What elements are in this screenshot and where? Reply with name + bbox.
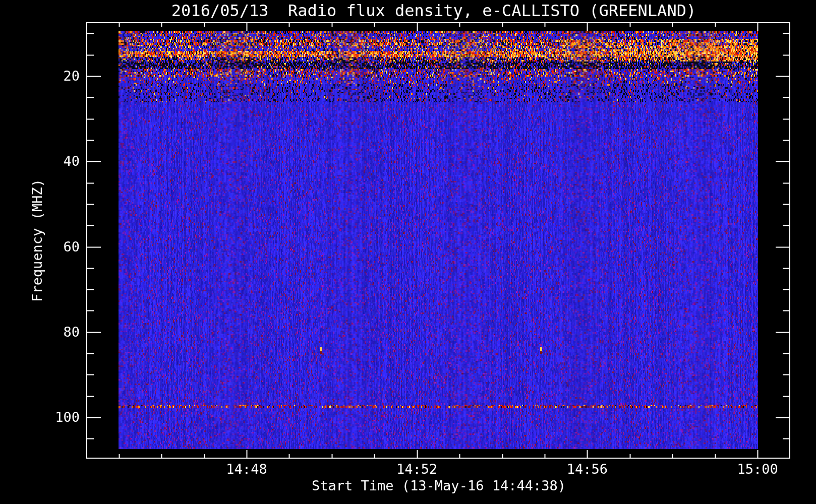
- x-tick-label-14-52: 14:52: [374, 461, 460, 477]
- x-tick-label-15-00: 15:00: [715, 461, 800, 477]
- x-tick-label-14-48: 14:48: [204, 461, 289, 477]
- chart-title: 2016/05/13 Radio flux density, e-CALLIST…: [66, 1, 802, 20]
- y-tick-label-100: 100: [23, 410, 80, 425]
- y-tick-label-60: 60: [23, 239, 80, 255]
- x-axis-label: Start Time (13-May-16 14:44:38): [87, 478, 791, 493]
- spectrogram-plot: 2016/05/13 Radio flux density, e-CALLIST…: [0, 0, 816, 504]
- y-tick-label-20: 20: [23, 69, 80, 84]
- y-tick-label-40: 40: [23, 154, 80, 169]
- spectrogram-canvas: [0, 0, 816, 504]
- y-tick-label-80: 80: [23, 325, 80, 340]
- x-tick-label-14-56: 14:56: [544, 461, 630, 477]
